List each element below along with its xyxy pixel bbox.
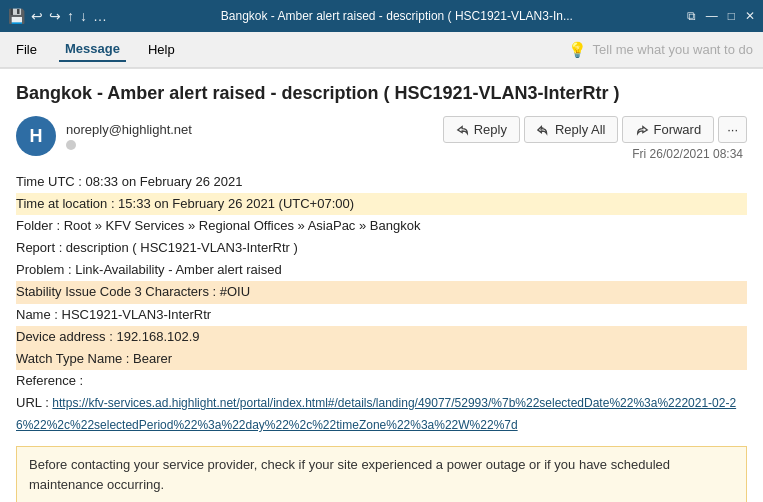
email-actions: Reply Reply All Forward ··· — [443, 116, 747, 143]
body-line10: Reference : — [16, 370, 747, 392]
close-button[interactable]: ✕ — [745, 9, 755, 23]
body-line3: Folder : Root » KFV Services » Regional … — [16, 215, 747, 237]
reply-label: Reply — [474, 122, 507, 137]
search-placeholder[interactable]: Tell me what you want to do — [593, 42, 753, 57]
actions-date: Reply Reply All Forward ··· Fri 26/02/20… — [443, 116, 747, 161]
title-bar-left-controls: 💾 ↩ ↪ ↑ ↓ … — [8, 8, 107, 24]
minimize-button[interactable]: — — [706, 9, 718, 23]
email-subject: Bangkok - Amber alert raised - descripti… — [16, 83, 747, 104]
maximize-button[interactable]: □ — [728, 9, 735, 23]
body-line7: Name : HSC1921-VLAN3-InterRtr — [16, 304, 747, 326]
move-up-icon[interactable]: ↑ — [67, 8, 74, 24]
body-line11: URL : https://kfv-services.ad.highlight.… — [16, 392, 747, 436]
redo-icon[interactable]: ↪ — [49, 8, 61, 24]
reply-all-icon — [537, 123, 551, 137]
more-actions-icon[interactable]: … — [93, 8, 107, 24]
more-actions-label: ··· — [727, 122, 738, 137]
reply-all-label: Reply All — [555, 122, 606, 137]
url-label: URL : — [16, 395, 52, 410]
sender-info: H noreply@highlight.net — [16, 116, 192, 156]
forward-button[interactable]: Forward — [622, 116, 714, 143]
email-body: Time UTC : 08:33 on February 26 2021 Tim… — [16, 171, 747, 436]
lightbulb-icon: 💡 — [568, 41, 587, 59]
menu-message[interactable]: Message — [59, 37, 126, 62]
body-line2: Time at location : 15:33 on February 26 … — [16, 193, 747, 215]
avatar-letter: H — [30, 126, 43, 147]
menu-bar: File Message Help 💡 Tell me what you wan… — [0, 32, 763, 68]
url-link[interactable]: https://kfv-services.ad.highlight.net/po… — [16, 396, 736, 432]
body-line5: Problem : Link-Availability - Amber aler… — [16, 259, 747, 281]
forward-label: Forward — [653, 122, 701, 137]
reply-button[interactable]: Reply — [443, 116, 520, 143]
sender-email: noreply@highlight.net — [66, 122, 192, 137]
move-down-icon[interactable]: ↓ — [80, 8, 87, 24]
body-line1: Time UTC : 08:33 on February 26 2021 — [16, 171, 747, 193]
avatar: H — [16, 116, 56, 156]
body-line9: Watch Type Name : Bearer — [16, 348, 747, 370]
title-bar: 💾 ↩ ↪ ↑ ↓ … Bangkok - Amber alert raised… — [0, 0, 763, 32]
sender-row: H noreply@highlight.net Reply Reply All — [16, 116, 747, 161]
body-line6: Stability Issue Code 3 Characters : #OIU — [16, 281, 747, 303]
presence-indicator — [66, 140, 76, 150]
body-line8: Device address : 192.168.102.9 — [16, 326, 747, 348]
email-container: Bangkok - Amber alert raised - descripti… — [0, 69, 763, 502]
save-icon[interactable]: 💾 — [8, 8, 25, 24]
reply-all-button[interactable]: Reply All — [524, 116, 619, 143]
search-bar: 💡 Tell me what you want to do — [568, 41, 753, 59]
window-controls: ⧉ — □ ✕ — [687, 9, 755, 23]
window-title: Bangkok - Amber alert raised - descripti… — [113, 9, 681, 23]
undo-icon[interactable]: ↩ — [31, 8, 43, 24]
restore-down-button[interactable]: ⧉ — [687, 9, 696, 23]
more-actions-button[interactable]: ··· — [718, 116, 747, 143]
email-date: Fri 26/02/2021 08:34 — [632, 147, 743, 161]
reply-icon — [456, 123, 470, 137]
body-line4: Report : description ( HSC1921-VLAN3-Int… — [16, 237, 747, 259]
forward-icon — [635, 123, 649, 137]
notice-box: Before contacting your service provider,… — [16, 446, 747, 502]
menu-file[interactable]: File — [10, 38, 43, 61]
menu-help[interactable]: Help — [142, 38, 181, 61]
